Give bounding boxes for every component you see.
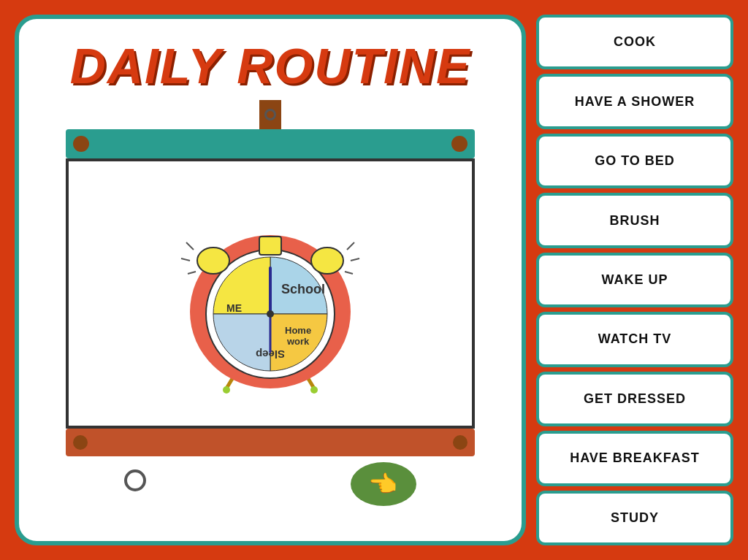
svg-line-22: [351, 258, 359, 261]
svg-line-20: [188, 272, 196, 274]
menu-button-brush[interactable]: BRUSH: [536, 193, 733, 248]
menu-button-get-dressed[interactable]: GET DRESSED: [536, 372, 733, 426]
svg-line-18: [186, 242, 194, 250]
right-panel: COOKHAVE A SHOWERGO TO BEDBRUSHWAKE UPWA…: [536, 15, 733, 545]
svg-point-15: [197, 248, 229, 274]
board-bottom-bar: [66, 429, 475, 456]
menu-button-have-a-shower[interactable]: HAVE A SHOWER: [536, 74, 733, 129]
page-title: DAILY ROUTINE: [70, 37, 471, 94]
menu-button-cook[interactable]: COOK: [536, 15, 733, 69]
menu-button-go-to-bed[interactable]: GO TO BED: [536, 134, 733, 188]
svg-point-14: [267, 310, 274, 318]
board-top-bar: [66, 129, 475, 158]
svg-text:ME: ME: [226, 302, 242, 314]
menu-button-have-breakfast[interactable]: HAVE BREAKFAST: [536, 431, 733, 486]
clock-svg: School ME Home work Sleep: [168, 177, 373, 410]
main-panel: DAILY ROUTINE: [15, 15, 526, 545]
svg-point-16: [311, 248, 343, 274]
svg-text:School: School: [281, 282, 325, 296]
svg-line-23: [345, 272, 353, 274]
board-frame: School ME Home work Sleep: [66, 158, 475, 429]
svg-line-21: [347, 242, 354, 250]
svg-point-2: [223, 386, 230, 394]
menu-button-wake-up[interactable]: WAKE UP: [536, 253, 733, 307]
presentation-board: School ME Home work Sleep: [58, 101, 482, 506]
menu-button-watch-tv[interactable]: WATCH TV: [536, 312, 733, 367]
hanging-circle: [124, 469, 146, 491]
svg-text:Home: Home: [285, 325, 311, 336]
svg-point-3: [310, 386, 318, 394]
svg-text:work: work: [286, 336, 310, 347]
hand-button[interactable]: [351, 462, 416, 506]
svg-rect-17: [259, 237, 281, 255]
svg-line-19: [181, 258, 190, 261]
menu-button-study[interactable]: STUDY: [536, 491, 733, 545]
board-hook: [259, 100, 281, 129]
clock-scene: School ME Home work Sleep: [161, 169, 380, 418]
board-bottom-elements: [66, 462, 475, 506]
